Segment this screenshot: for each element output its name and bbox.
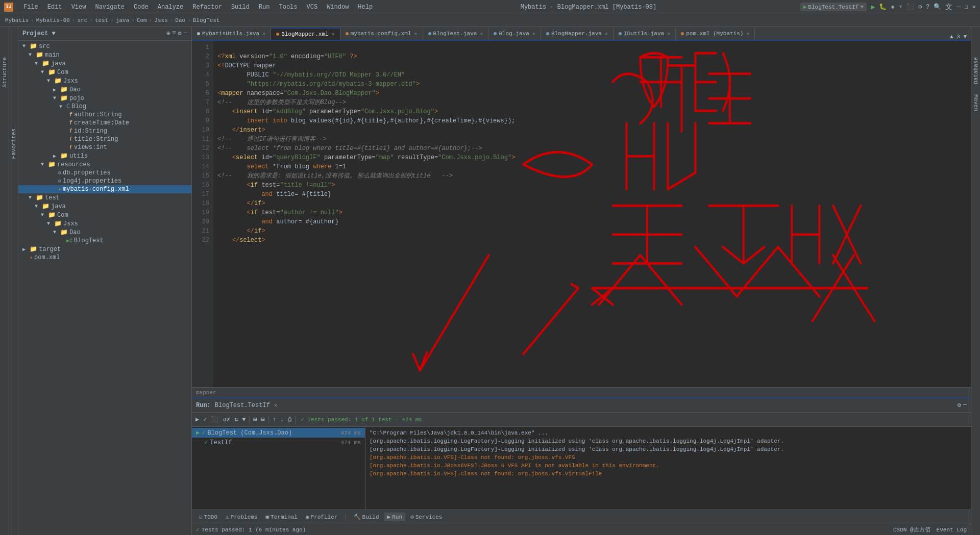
menu-run[interactable]: Run (255, 3, 274, 12)
status-csdn[interactable]: CSDN @吉方佰 (893, 526, 930, 533)
run-rerun-btn[interactable]: ✓ (202, 415, 208, 424)
sidebar-collapse-icon[interactable]: ≡ (172, 30, 176, 37)
tree-jsxs[interactable]: ▼ 📁 Jsxs (18, 77, 191, 85)
tree-target[interactable]: ▶ 📁 target (18, 245, 191, 253)
tab-mybatisutils[interactable]: MybatisUtils.java ✕ (192, 28, 271, 40)
profile-button[interactable]: ⚡ (899, 3, 902, 11)
btn-problems[interactable]: ⚠ Problems (223, 513, 260, 521)
tree-field-title[interactable]: f title:String (18, 135, 191, 143)
breadcrumb-java[interactable]: java (116, 17, 129, 23)
tree-log4j-properties[interactable]: ▶ ⚙ log4j.properties (18, 177, 191, 185)
run-close-tab[interactable]: ✕ (274, 402, 278, 409)
tab-mybatis-config[interactable]: mybatis-config.xml ✕ (340, 28, 423, 40)
database-label[interactable]: Database (973, 57, 979, 84)
menu-refactor[interactable]: Refactor (188, 3, 226, 12)
settings-button[interactable]: ⚙ (918, 3, 922, 11)
tree-mybatis-config[interactable]: ▶ ✦ mybatis-config.xml (18, 185, 191, 193)
tree-db-properties[interactable]: ▶ ⚙ db.properties (18, 169, 191, 177)
tab-close-mybatis-config[interactable]: ✕ (414, 31, 418, 37)
tab-blogmapper-java[interactable]: BlogMapper.java ✕ (541, 28, 614, 40)
tab-blogtest-java[interactable]: BlogTest.java ✕ (423, 28, 489, 40)
run-item-blogtest[interactable]: ▶ ✓ BlogTest (Com.Jsxs.Dao) 474 ms (192, 428, 365, 438)
btn-services[interactable]: ⚙ Services (407, 513, 445, 521)
tree-test-com[interactable]: ▼ 📁 Com (18, 211, 191, 219)
run-collapse-btn[interactable]: ⊟ (260, 415, 266, 424)
menu-code[interactable]: Code (130, 3, 153, 12)
tree-field-views[interactable]: f views:int (18, 143, 191, 151)
tab-close-mybatisutils[interactable]: ✕ (262, 31, 265, 37)
menu-tools[interactable]: Tools (275, 3, 302, 12)
tree-pojo[interactable]: ▼ 📁 pojo (18, 94, 191, 103)
debug-button[interactable]: 🐛 (879, 3, 887, 11)
run-filter-btn[interactable]: ▼ (240, 415, 247, 424)
help-icon[interactable]: ? (926, 4, 929, 11)
favorites-label[interactable]: Favorites (11, 129, 17, 159)
tree-com[interactable]: ▼ 📁 Com (18, 68, 191, 77)
tree-resources[interactable]: ▼ 📁 resources (18, 160, 191, 169)
breadcrumb-dao[interactable]: Dao (175, 17, 185, 23)
tab-close-blog[interactable]: ✕ (532, 31, 535, 37)
run-rerun-failed-btn[interactable]: ↺✗ (221, 415, 231, 424)
stop-button[interactable]: ⬛ (906, 3, 914, 11)
status-event-log[interactable]: Event Log (937, 527, 967, 533)
breadcrumb-com[interactable]: Com (137, 17, 147, 23)
breadcrumb-mybatis[interactable]: Mybatis (5, 17, 29, 23)
code-editor[interactable]: 12345 678910 1112131415 1617181920 2122 … (192, 41, 971, 387)
minimize-button[interactable]: — (957, 4, 960, 11)
tab-close-idutils[interactable]: ✕ (667, 31, 670, 37)
menu-edit[interactable]: Edit (43, 3, 66, 12)
tree-test-dao[interactable]: ▼ 📁 Dao (18, 228, 191, 237)
close-button[interactable]: ✕ (972, 3, 976, 11)
coverage-button[interactable]: ◈ (891, 3, 894, 11)
sidebar-close-icon[interactable]: — (184, 30, 187, 37)
menu-vcs[interactable]: VCS (303, 3, 322, 12)
run-down-btn[interactable]: ↓ (279, 415, 285, 424)
breadcrumb-src[interactable]: src (77, 17, 87, 23)
maven-label[interactable]: Maven (973, 94, 979, 111)
btn-profiler[interactable]: ◉ Profiler (303, 513, 340, 521)
menu-help[interactable]: Help (354, 3, 377, 12)
tab-close-blogmapper-java[interactable]: ✕ (605, 31, 608, 37)
tab-close-blogmapper[interactable]: ✕ (332, 31, 335, 37)
run-stop-btn[interactable]: ⬛ (209, 415, 220, 424)
btn-build[interactable]: 🔨 Build (351, 513, 382, 521)
run-expand-btn[interactable]: ⊞ (252, 415, 258, 424)
breadcrumb-jsxs[interactable]: Jsxs (154, 17, 167, 23)
tab-close-blogtest[interactable]: ✕ (480, 31, 483, 37)
run-export-btn[interactable]: ⎙ (286, 415, 293, 424)
main-menu[interactable]: File Edit View Navigate Code Analyze Ref… (19, 3, 377, 12)
tab-blogmapper-xml[interactable]: BlogMapper.xml ✕ (271, 28, 340, 40)
tree-field-createtime[interactable]: f createTime:Date (18, 119, 191, 127)
sidebar-settings-icon[interactable]: ⚙ (178, 30, 182, 37)
menu-analyze[interactable]: Analyze (154, 3, 187, 12)
sidebar-locate-icon[interactable]: ⊕ (166, 30, 170, 37)
search-button[interactable]: 🔍 (934, 3, 941, 11)
tree-field-author[interactable]: f author:String (18, 111, 191, 119)
breadcrumb-test[interactable]: test (95, 17, 108, 23)
run-settings-icon[interactable]: ⚙ (958, 401, 961, 409)
run-play-btn[interactable]: ▶ (194, 415, 201, 424)
run-up-btn[interactable]: ↑ (271, 415, 278, 424)
tree-blog[interactable]: ▼ C Blog (18, 103, 191, 111)
breadcrumb-blogtest[interactable]: BlogTest (193, 17, 220, 23)
menu-window[interactable]: Window (323, 3, 353, 12)
tree-test-jsxs[interactable]: ▼ 📁 Jsxs (18, 219, 191, 228)
tree-dao[interactable]: ▶ 📁 Dao (18, 85, 191, 94)
tree-src[interactable]: ▼ 📁 src (18, 42, 191, 50)
menu-view[interactable]: View (67, 3, 90, 12)
tab-blog-java[interactable]: Blog.java ✕ (488, 28, 541, 40)
code-content[interactable]: <?xml version="1.0" encoding="UTF8" ?> <… (213, 41, 971, 387)
tree-pom-xml[interactable]: ▶ ✦ pom.xml (18, 253, 191, 262)
btn-todo[interactable]: ☑ TODO (196, 513, 220, 521)
structure-label[interactable]: Structure (2, 57, 8, 87)
run-sort-btn[interactable]: ⇅ (233, 415, 239, 424)
tree-blogtest-class[interactable]: ▶ ▶C BlogTest (18, 237, 191, 245)
tree-field-id[interactable]: f id:String (18, 127, 191, 135)
run-log-output[interactable]: "C:\Program Files\Java\jdk1.8.0_144\bin\… (365, 427, 971, 509)
run-button[interactable]: ▶ (871, 3, 875, 11)
tree-java[interactable]: ▼ 📁 java (18, 59, 191, 68)
tab-pom-xml[interactable]: pom.xml (Mybatis) ✕ (676, 28, 755, 40)
tab-close-pom[interactable]: ✕ (746, 31, 749, 37)
menu-file[interactable]: File (19, 3, 42, 12)
tree-test[interactable]: ▼ 📁 test (18, 193, 191, 202)
